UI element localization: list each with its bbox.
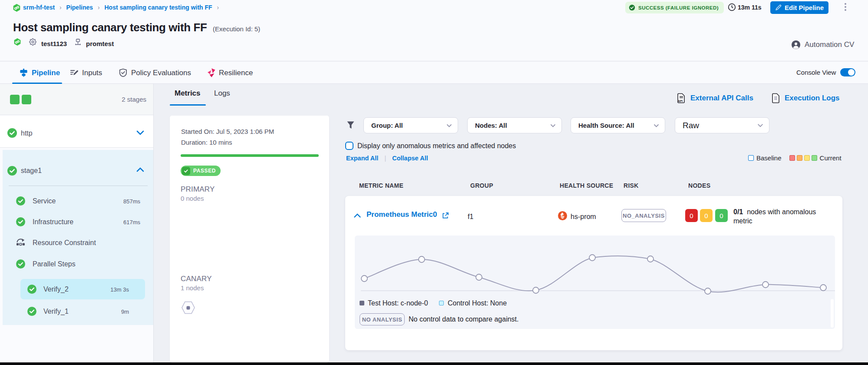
svg-text:API: API (678, 100, 683, 103)
